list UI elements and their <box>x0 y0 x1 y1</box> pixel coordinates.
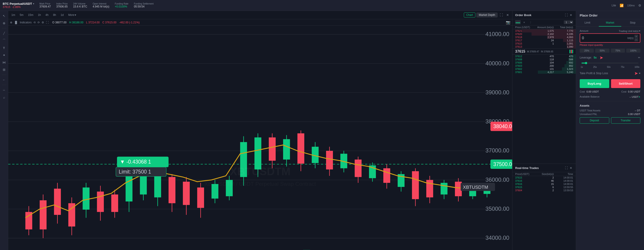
realtime-close-icon[interactable]: ✕ <box>568 166 573 170</box>
back-tool[interactable]: ← <box>1 77 7 83</box>
ob-sell-row[interactable]: 37621 1,575 7,770 <box>512 29 576 32</box>
line-tool[interactable]: ╱ <box>1 30 7 36</box>
amount-input[interactable] <box>582 36 628 40</box>
chart-expand-icon[interactable]: ⛶ <box>498 12 504 18</box>
svg-text:35000.00: 35000.00 <box>486 206 509 212</box>
leverage-thumb[interactable] <box>585 62 587 64</box>
leverage-slider-container[interactable] <box>580 63 640 64</box>
avail-balance-value: -- USDT ▸ <box>630 95 640 98</box>
ob-type-buy[interactable]: ⋮ <box>528 20 533 24</box>
ob-type-sell[interactable]: ≡ <box>522 20 527 24</box>
deposit-button[interactable]: Deposit <box>580 117 609 124</box>
realtime-expand-icon[interactable]: ⛶ <box>564 166 568 170</box>
amount-input-wrapper[interactable]: lot(s) + − <box>580 33 640 43</box>
order-book-expand-icon[interactable]: ⛶ <box>564 13 568 17</box>
realtime-trades-title: Real-time Trades <box>515 166 564 170</box>
ob-depth-selector[interactable]: 1 5 10 20 <box>564 20 573 24</box>
timeframe-8h[interactable]: 8h <box>52 13 57 17</box>
ob-buy-row[interactable]: 37608 118 588 <box>512 58 576 61</box>
fibonacci-tool[interactable]: ⋈ <box>1 59 7 66</box>
ob-sell-row[interactable]: 37618 2,978 4,093 <box>512 36 576 39</box>
ob-buy-price: 37603 <box>515 64 534 67</box>
tab-stop[interactable]: Stop <box>621 19 644 26</box>
order-book-close-icon[interactable]: ✕ <box>568 13 573 17</box>
index-price-stat: Index Price 37606.65 <box>56 2 68 8</box>
ob-buy-row[interactable]: 37603 200 892 <box>512 64 576 67</box>
leverage-edit-icon[interactable]: ✏ <box>638 56 640 59</box>
crosshair-btn[interactable]: ⊕ <box>10 21 12 24</box>
curve-tool[interactable]: ⌒ <box>1 37 7 44</box>
svg-rect-91 <box>298 133 304 164</box>
cursor-tool[interactable]: ↖ <box>1 13 7 19</box>
ob-sell-row[interactable]: 37620 2,102 6,195 <box>512 32 576 36</box>
ob-sell-row[interactable]: 37617 24 1,115 <box>512 39 576 42</box>
ob-sell-row[interactable]: 37613 1,090 <box>512 45 576 48</box>
tab-limit[interactable]: Limit <box>576 19 599 26</box>
amount-increment-btn[interactable]: + <box>634 35 638 38</box>
timeframe-4h[interactable]: 4h <box>44 13 50 17</box>
tps-chevron-icon[interactable]: ▾ <box>639 72 640 75</box>
leverage-tick-50x: 50x <box>607 66 610 68</box>
timeframe-5m[interactable]: 5m <box>18 13 25 17</box>
amount-decrement-btn[interactable]: − <box>634 38 638 41</box>
crosshair-tool[interactable]: ⊕ <box>1 20 7 26</box>
ob-mid-mark-value: 37609.47 <box>530 50 539 53</box>
redo-btn[interactable]: ⟳ <box>38 21 40 24</box>
shapes-tool[interactable]: ✦ <box>1 52 7 58</box>
timeframe-15m[interactable]: 15m <box>26 13 34 17</box>
svg-text:41000.00: 41000.00 <box>486 31 509 37</box>
tab-market[interactable]: Market <box>599 19 622 26</box>
pct-100-btn[interactable]: 100% <box>626 49 640 53</box>
ohlc-close: C 37615.00 <box>102 21 116 24</box>
settings-icon[interactable]: ⚙ <box>638 4 641 7</box>
transfer-button[interactable]: Transfer <box>611 117 640 124</box>
chart-view-btn[interactable]: Chart <box>464 12 476 17</box>
ob-buy-row[interactable]: 37612 470 470 <box>512 55 576 58</box>
pair-dropdown-icon[interactable]: ▾ <box>33 2 34 5</box>
leverage-label: Leverage: <box>580 56 592 59</box>
ob-type-both[interactable]: ▬▬ <box>515 20 520 24</box>
ob-buy-row[interactable]: 37601 4,217 5,240 <box>512 71 576 74</box>
pair-name[interactable]: BTC Perpetual/USDT ▾ <box>3 2 34 5</box>
measure-tool[interactable]: ↔ <box>1 87 7 93</box>
svg-text:XBTUSDTM: XBTUSDTM <box>463 184 488 189</box>
ob-sell-price: 37617 <box>515 39 534 42</box>
undo-btn[interactable]: ⟲ <box>34 21 36 24</box>
ob-sell-price: 37615 <box>515 42 534 45</box>
pattern-tool[interactable]: ⊞ <box>1 66 7 73</box>
candle-type-btn[interactable]: ▐▌ <box>14 21 18 24</box>
timeframe-1m[interactable]: 1m <box>10 13 16 17</box>
trading-unit-dropdown-icon[interactable]: ▾ <box>639 29 640 32</box>
rt-trade-price: 37615 <box>515 186 534 189</box>
leverage-slider[interactable] <box>582 63 638 64</box>
tps-right: ➤ ▾ <box>634 71 640 76</box>
ob-buy-row[interactable]: 37602 131 1,023 <box>512 67 576 71</box>
timeframe-1d[interactable]: 1d <box>59 13 65 17</box>
buy-long-button[interactable]: Buy/Long <box>580 79 609 88</box>
realtime-trades-panel: Real-time Trades ⛶ ✕ Price(USDT) Size(lo… <box>512 164 576 250</box>
lite-button[interactable]: Lite <box>612 4 616 7</box>
chart-close-icon[interactable]: ✕ <box>505 12 510 18</box>
ob-buy-row[interactable]: 37606 104 692 <box>512 61 576 64</box>
ob-buy-amount: 200 <box>534 64 554 67</box>
leverage-value: 5x <box>594 56 596 59</box>
indicators-btn[interactable]: Indicators <box>20 21 32 24</box>
sell-short-button[interactable]: Sell/Short <box>611 79 640 88</box>
cost-buy-value: 0.00 USDT <box>586 90 599 93</box>
pct-25-btn[interactable]: 25% <box>580 49 594 53</box>
timeframe-1h[interactable]: 1h <box>36 13 42 17</box>
chart-settings-btn[interactable]: ⚙ <box>42 21 44 24</box>
pct-50-btn[interactable]: 50% <box>595 49 609 53</box>
zoom-tool[interactable]: ⌕ <box>1 94 7 101</box>
ob-sell-row[interactable]: 37615 1 1,091 <box>512 42 576 45</box>
chart-canvas[interactable]: XBTUSDTM XBTUSDTM / USDT Perpetual Swap … <box>8 26 512 250</box>
text-tool[interactable]: T <box>1 45 7 51</box>
tps-row[interactable]: Take Profit & Stop Loss ➤ ▾ <box>580 71 640 76</box>
market-depth-btn[interactable]: Market Depth <box>476 12 498 17</box>
ob-mid-mark-label: M 37609.47 <box>527 50 539 53</box>
screenshot-btn[interactable]: 📷 <box>506 20 510 24</box>
more-button[interactable]: More ▾ <box>67 13 78 17</box>
ob-bar-red <box>571 50 572 53</box>
chart-fullscreen-btn[interactable]: ⛶ <box>46 21 49 24</box>
pct-75-btn[interactable]: 75% <box>611 49 625 53</box>
